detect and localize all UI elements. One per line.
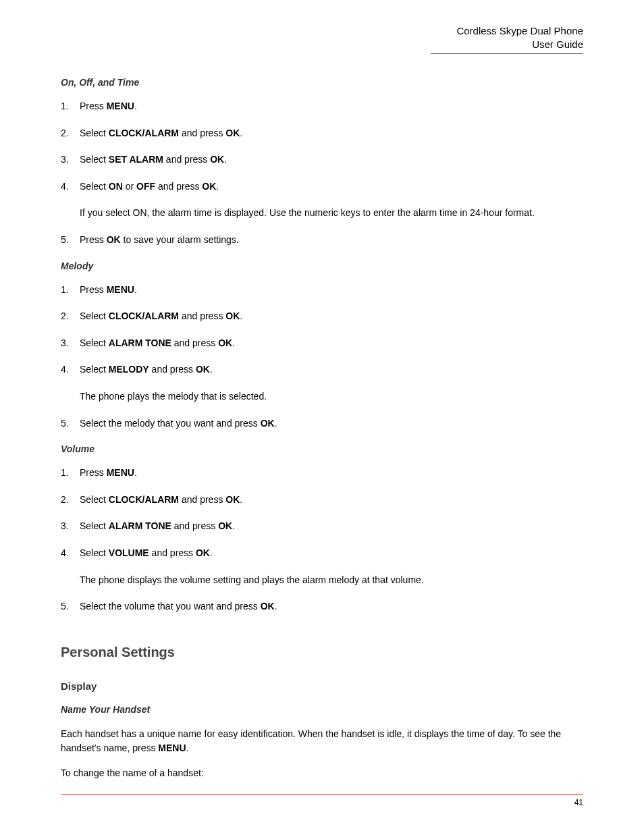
step: 4.Select MELODY and press OK. — [61, 363, 583, 377]
footer-rule — [61, 794, 583, 795]
step: 4.Select ON or OFF and press OK. — [61, 180, 583, 194]
header-line2: User Guide — [431, 38, 583, 51]
step: 1.Press MENU. — [61, 284, 583, 297]
subheading-melody: Melody — [61, 261, 583, 271]
steps-melody-cont: 5.Select the melody that you want and pr… — [61, 417, 583, 431]
note: If you select ON, the alarm time is disp… — [80, 207, 583, 220]
page: Cordless Skype Dual Phone User Guide On,… — [0, 0, 644, 837]
step: 5.Select the melody that you want and pr… — [61, 417, 583, 431]
paragraph: To change the name of a handset: — [61, 766, 583, 780]
step: 2.Select CLOCK/ALARM and press OK. — [61, 127, 583, 140]
subheading-name-handset: Name Your Handset — [61, 704, 583, 715]
step: 1.Press MENU. — [61, 100, 583, 113]
header-line1: Cordless Skype Dual Phone — [431, 24, 583, 38]
step: 3.Select ALARM TONE and press OK. — [61, 520, 583, 533]
steps-melody: 1.Press MENU. 2.Select CLOCK/ALARM and p… — [61, 284, 583, 377]
step: 3.Select ALARM TONE and press OK. — [61, 337, 583, 350]
page-number: 41 — [574, 798, 583, 807]
step: 3.Select SET ALARM and press OK. — [61, 153, 583, 167]
steps-on-off-time-cont: 5.Press OK to save your alarm settings. — [61, 234, 583, 247]
step: 4.Select VOLUME and press OK. — [61, 547, 583, 560]
step: 2.Select CLOCK/ALARM and press OK. — [61, 310, 583, 323]
heading-personal-settings: Personal Settings — [61, 645, 583, 660]
step: 5.Press OK to save your alarm settings. — [61, 234, 583, 247]
heading-display: Display — [61, 680, 583, 692]
step: 5.Select the volume that you want and pr… — [61, 600, 583, 614]
step: 2.Select CLOCK/ALARM and press OK. — [61, 493, 583, 507]
step: 1.Press MENU. — [61, 466, 583, 480]
page-header: Cordless Skype Dual Phone User Guide — [431, 24, 583, 54]
note: The phone displays the volume setting an… — [80, 574, 583, 587]
steps-volume-cont: 5.Select the volume that you want and pr… — [61, 600, 583, 614]
paragraph: Each handset has a unique name for easy … — [61, 727, 583, 755]
subheading-on-off-time: On, Off, and Time — [61, 77, 583, 88]
note: The phone plays the melody that is selec… — [80, 390, 583, 404]
steps-volume: 1.Press MENU. 2.Select CLOCK/ALARM and p… — [61, 466, 583, 560]
subheading-volume: Volume — [61, 443, 583, 454]
steps-on-off-time: 1.Press MENU. 2.Select CLOCK/ALARM and p… — [61, 100, 583, 193]
